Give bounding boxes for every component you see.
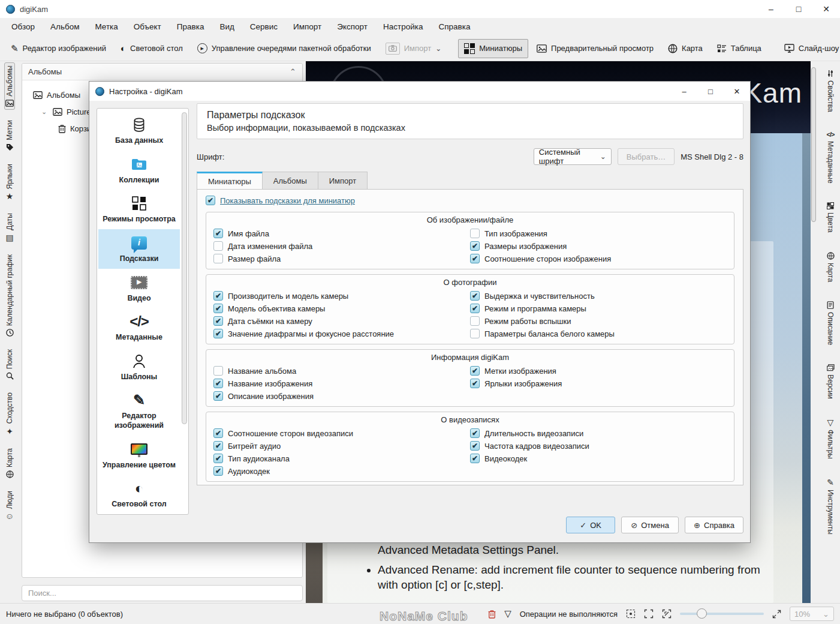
cancel-button[interactable]: ⊘ Отмена: [621, 517, 679, 533]
sidebar-tab-properties[interactable]: Свойства: [826, 67, 835, 115]
search-input[interactable]: [28, 589, 296, 598]
checkbox[interactable]: [213, 366, 223, 376]
preview-button[interactable]: Предварительный просмотр: [531, 40, 660, 57]
option-file-name[interactable]: Имя файла: [213, 229, 470, 238]
sidebar-tab-similarity[interactable]: Сходство ✦: [5, 390, 14, 437]
menu-help[interactable]: Справка: [430, 18, 478, 36]
sidebar-tab-dates[interactable]: Даты ▤: [5, 211, 14, 244]
category-collections[interactable]: Коллекции: [98, 151, 180, 190]
zoom-percent-combo[interactable]: 10% ⌄: [790, 607, 834, 621]
fullscreen-icon[interactable]: [772, 610, 781, 619]
preview-scrollbar[interactable]: [811, 62, 817, 602]
checkbox[interactable]: [213, 329, 223, 338]
font-combo[interactable]: Системный шрифт ⌄: [534, 148, 612, 165]
option-audio-channel[interactable]: Тип аудиоканала: [213, 454, 470, 463]
import-button[interactable]: Импорт ⌄: [380, 38, 448, 59]
option-mode-program[interactable]: Режим и программа камеры: [470, 304, 727, 313]
checkbox[interactable]: [470, 441, 480, 451]
category-views[interactable]: Режимы просмотра: [98, 190, 180, 229]
option-camera-make[interactable]: Производитель и модель камеры: [213, 291, 470, 301]
light-table-button[interactable]: ◐ Световой стол: [115, 40, 189, 57]
checkbox[interactable]: [470, 254, 480, 263]
zoom-slider[interactable]: [680, 613, 764, 615]
category-scrollbar-thumb[interactable]: [182, 112, 187, 424]
menu-settings[interactable]: Настройка: [375, 18, 430, 36]
branch-expanded-icon[interactable]: ⌄: [41, 108, 49, 116]
option-aspect-ratio[interactable]: Соотношение сторон изображения: [470, 254, 727, 263]
checkbox[interactable]: [213, 466, 223, 476]
category-tooltips[interactable]: i Подсказки: [98, 229, 180, 269]
album-search-field[interactable]: [22, 585, 303, 601]
slideshow-button[interactable]: Слайд-шоу ⌄: [778, 40, 840, 57]
option-video-aspect[interactable]: Соотношение сторон видеозаписи: [213, 428, 470, 438]
sidebar-tab-albums[interactable]: Альбомы: [4, 62, 15, 110]
thumbnails-view-button[interactable]: Миниатюры: [458, 39, 528, 58]
checkbox[interactable]: [213, 254, 223, 263]
option-image-tags[interactable]: Метки изображения: [470, 366, 727, 376]
option-camera-date[interactable]: Дата съёмки на камеру: [213, 316, 470, 326]
scrollbar-thumb[interactable]: [811, 67, 816, 222]
checkbox[interactable]: [470, 379, 480, 388]
chevron-up-icon[interactable]: ⌃: [290, 67, 296, 76]
show-tooltips-option[interactable]: Показывать подсказки для миниатюр: [206, 196, 355, 205]
option-lens-model[interactable]: Модель объектива камеры: [213, 304, 470, 313]
option-video-framerate[interactable]: Частота кадров видеозаписи: [470, 441, 727, 451]
menu-tag[interactable]: Метка: [87, 18, 125, 36]
category-light-table[interactable]: ◐ Световой стол: [98, 475, 180, 514]
sidebar-tab-labels[interactable]: Ярлыки ★: [5, 161, 14, 203]
option-video-duration[interactable]: Длительность видеозаписи: [470, 428, 727, 438]
image-editor-button[interactable]: ✎ Редактор изображений: [5, 40, 112, 57]
checkbox[interactable]: [470, 291, 480, 301]
checkbox[interactable]: [213, 441, 223, 451]
option-image-title[interactable]: Название изображения: [213, 379, 470, 388]
checkbox[interactable]: [213, 428, 223, 438]
dialog-close-button[interactable]: ✕: [724, 82, 750, 101]
zoom-fit-icon[interactable]: [644, 609, 654, 619]
checkbox[interactable]: [470, 366, 480, 376]
choose-font-button[interactable]: Выбрать…: [618, 148, 675, 165]
category-metadata[interactable]: </> Метаданные: [98, 308, 180, 347]
checkbox[interactable]: [213, 454, 223, 463]
checkbox[interactable]: [213, 229, 223, 238]
menu-album[interactable]: Альбом: [43, 18, 87, 36]
zoom-select-icon[interactable]: [626, 609, 636, 619]
dialog-maximize-button[interactable]: □: [697, 82, 724, 101]
checkbox[interactable]: [470, 304, 480, 313]
sidebar-tab-search[interactable]: Поиск: [5, 347, 14, 382]
checkbox[interactable]: [213, 391, 223, 401]
category-quality-sorter[interactable]: Сортировщик изображений по качеству: [98, 514, 180, 515]
trash-icon[interactable]: [488, 610, 496, 619]
checkbox[interactable]: [213, 316, 223, 326]
checkbox[interactable]: [470, 316, 480, 326]
minimize-button[interactable]: –: [757, 0, 785, 18]
option-image-labels[interactable]: Ярлыки изображения: [470, 379, 727, 388]
map-view-button[interactable]: Карта: [662, 40, 709, 58]
sidebar-tab-colors[interactable]: Цвета: [826, 200, 835, 235]
menu-browse[interactable]: Обзор: [4, 18, 43, 36]
checkbox[interactable]: [213, 291, 223, 301]
table-view-button[interactable]: Таблица: [711, 40, 767, 57]
checkbox[interactable]: [213, 379, 223, 388]
filter-funnel-icon[interactable]: ▽: [504, 608, 511, 619]
option-image-dimensions[interactable]: Размеры изображения: [470, 241, 727, 251]
option-white-balance[interactable]: Параметры баланса белого камеры: [470, 329, 727, 338]
sidebar-tab-tags[interactable]: Метки: [5, 118, 14, 154]
ok-button[interactable]: ✓ OK: [566, 517, 615, 533]
option-video-codec[interactable]: Видеокодек: [470, 454, 727, 463]
checkbox[interactable]: [470, 454, 480, 463]
sidebar-tab-people[interactable]: Люди ☺: [5, 488, 14, 523]
option-audio-codec[interactable]: Аудиокодек: [213, 466, 470, 476]
menu-import[interactable]: Импорт: [285, 18, 329, 36]
maximize-button[interactable]: □: [785, 0, 812, 18]
option-file-size[interactable]: Размер файла: [213, 254, 470, 263]
option-exposure-sensitivity[interactable]: Выдержка и чувствительность: [470, 291, 727, 301]
option-file-date[interactable]: Дата изменения файла: [213, 241, 470, 251]
option-album-name[interactable]: Название альбома: [213, 366, 470, 376]
zoom-slider-handle[interactable]: [697, 608, 707, 619]
sidebar-tab-timeline[interactable]: Календарный график: [5, 252, 14, 339]
checkbox[interactable]: [213, 304, 223, 313]
menu-tools[interactable]: Сервис: [242, 18, 285, 36]
menu-export[interactable]: Экспорт: [329, 18, 375, 36]
sidebar-tab-map-right[interactable]: Карта: [826, 250, 835, 284]
zoom-100-icon[interactable]: [662, 609, 672, 619]
